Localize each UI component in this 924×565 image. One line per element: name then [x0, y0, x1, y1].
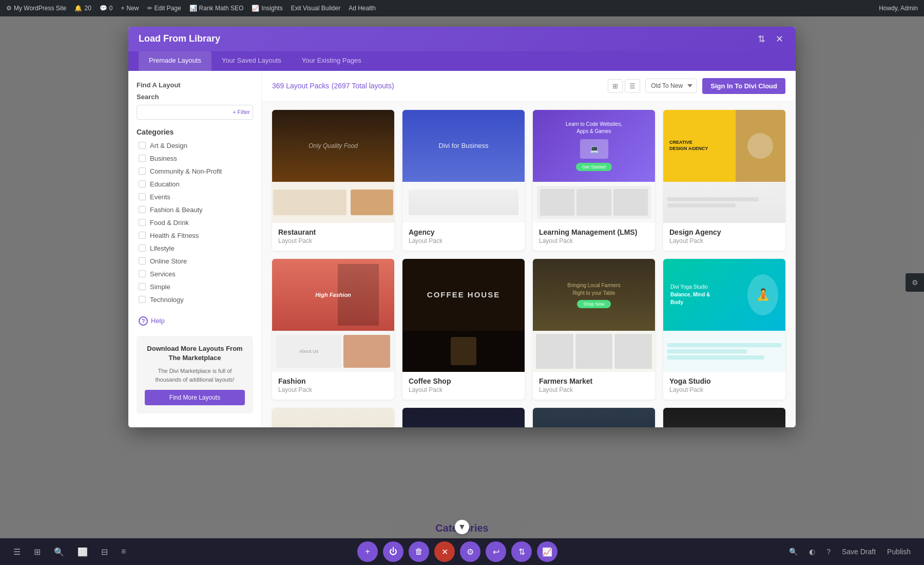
category-item-food-drink[interactable]: Food & Drink: [137, 216, 253, 229]
category-checkbox[interactable]: [139, 257, 146, 265]
search-label: Search: [137, 93, 253, 101]
category-checkbox[interactable]: [139, 232, 146, 239]
card-type: Layout Pack: [409, 237, 518, 244]
tab-saved-layouts[interactable]: Your Saved Layouts: [211, 51, 292, 71]
adjust-icon-button[interactable]: ⇅: [756, 32, 767, 46]
sort-select[interactable]: Old To NewNew To OldA to ZZ to A: [645, 79, 697, 93]
category-item-community[interactable]: Community & Non-Profit: [137, 165, 253, 178]
layout-card-blog[interactable]: Our Blog: [272, 408, 394, 427]
trash-button[interactable]: 🗑: [409, 541, 429, 562]
layout-card-lms[interactable]: Learn to Code Websites,Apps & Games 💻 Ge…: [533, 110, 655, 251]
modal-overlay: Load From Library ⇅ ✕ Premade Layouts Yo…: [0, 16, 924, 565]
center-tools: + ⏻ 🗑 ✕ ⚙ ↩ ⇅ 📈: [357, 541, 557, 562]
tab-existing-pages[interactable]: Your Existing Pages: [292, 51, 372, 71]
layout-card-restaurant[interactable]: Only Quality Food Restaurant Layout Pack: [272, 110, 394, 251]
edit-page-link[interactable]: ✏ Edit Page: [147, 5, 181, 12]
category-checkbox[interactable]: [139, 142, 146, 149]
power-button[interactable]: ⏻: [383, 541, 403, 562]
category-label: Lifestyle: [150, 244, 175, 252]
list-view-button[interactable]: ☰: [625, 79, 640, 93]
layout-card-mountain[interactable]: ▲: [533, 408, 655, 427]
rank-math-link[interactable]: 📊 Rank Math SEO: [189, 5, 244, 12]
layout-card-fashion[interactable]: High Fashion About Us Fashion Layout Pac: [272, 259, 394, 400]
sign-in-divi-cloud-button[interactable]: Sign In To Divi Cloud: [702, 78, 785, 94]
category-item-business[interactable]: Business: [137, 152, 253, 165]
card-meta: Learning Management (LMS) Layout Pack: [533, 223, 655, 251]
category-item-online-store[interactable]: Online Store: [137, 255, 253, 268]
grid-layout-button[interactable]: ⊞: [31, 544, 44, 560]
new-link[interactable]: + New: [121, 5, 139, 12]
category-item-education[interactable]: Education: [137, 178, 253, 191]
card-preview-top: Learn to Code Websites,Apps & Games 💻 Ge…: [533, 110, 655, 182]
save-draft-button[interactable]: Save Draft: [839, 544, 879, 559]
filter-button[interactable]: + Filter: [233, 109, 250, 115]
category-item-events[interactable]: Events: [137, 191, 253, 203]
category-item-fashion-beauty[interactable]: Fashion & Beauty: [137, 203, 253, 216]
settings-button[interactable]: ⚙: [460, 541, 480, 562]
layout-card-dark[interactable]: [402, 408, 525, 427]
page-background: Load From Library ⇅ ✕ Premade Layouts Yo…: [0, 16, 924, 565]
exit-vb-link[interactable]: Exit Visual Builder: [291, 5, 341, 12]
tablet-view-button[interactable]: ⊟: [98, 544, 111, 560]
grid-view-button[interactable]: ⊞: [608, 79, 623, 93]
category-item-technology[interactable]: Technology: [137, 293, 253, 306]
category-label: Fashion & Beauty: [150, 206, 203, 214]
layout-card-yoga-studio[interactable]: Divi Yoga StudioBalance, Mind &Body 🧘: [663, 259, 785, 400]
category-label: Community & Non-Profit: [150, 167, 222, 175]
wp-logo[interactable]: ⚙ My WordPress Site: [6, 5, 66, 12]
card-name: Design Agency: [669, 228, 779, 236]
ad-health-link[interactable]: Ad Health: [349, 5, 376, 12]
wp-sidebar-icon[interactable]: ⚙: [912, 278, 918, 287]
card-preview-top: Bringing Local FarmersRight to your Tabl…: [533, 259, 655, 331]
category-checkbox[interactable]: [139, 219, 146, 226]
divi-button[interactable]: ◐: [806, 544, 818, 559]
card-preview-top: Our Blog: [272, 408, 394, 427]
wireframe-button[interactable]: ⬜: [74, 544, 91, 560]
category-item-simple[interactable]: Simple: [137, 280, 253, 293]
category-label: Online Store: [150, 257, 187, 265]
layout-card-farmers-market[interactable]: Bringing Local FarmersRight to your Tabl…: [533, 259, 655, 400]
find-more-layouts-button[interactable]: Find More Layouts: [145, 390, 245, 405]
category-checkbox[interactable]: [139, 180, 146, 187]
insights-link[interactable]: 📈 Insights: [252, 5, 282, 12]
layout-card-design-agency[interactable]: CREATIVEDESIGN AGENCY: [663, 110, 785, 251]
analytics-button[interactable]: 📈: [537, 541, 557, 562]
category-checkbox[interactable]: [139, 193, 146, 200]
search-button[interactable]: 🔍: [51, 544, 67, 560]
layout-card-jane[interactable]: HELLO, I'M JANE: [663, 408, 785, 427]
view-toggle: ⊞ ☰: [608, 79, 640, 93]
chevron-up-icon[interactable]: ▼: [455, 520, 469, 534]
category-item-health-fitness[interactable]: Health & Fitness: [137, 229, 253, 242]
category-checkbox[interactable]: [139, 270, 146, 277]
comments-count[interactable]: 💬 0: [100, 5, 113, 12]
card-type: Layout Pack: [669, 237, 779, 244]
stats-button[interactable]: ⇅: [511, 541, 532, 562]
exit-button[interactable]: ✕: [434, 541, 455, 562]
help-link[interactable]: ? Help: [137, 314, 253, 328]
category-item-lifestyle[interactable]: Lifestyle: [137, 242, 253, 255]
history-button[interactable]: ↩: [486, 541, 506, 562]
hamburger-menu-button[interactable]: ☰: [10, 544, 24, 560]
tab-premade-layouts[interactable]: Premade Layouts: [139, 51, 211, 71]
layout-card-coffee-shop[interactable]: COFFEE HOUSE Coffee Shop Layout Pack: [402, 259, 525, 400]
mobile-view-button[interactable]: ≡: [118, 544, 129, 560]
category-label: Simple: [150, 283, 170, 291]
card-preview-top: CREATIVEDESIGN AGENCY: [663, 110, 785, 182]
category-checkbox[interactable]: [139, 244, 146, 252]
category-checkbox[interactable]: [139, 167, 146, 175]
category-item-services[interactable]: Services: [137, 268, 253, 280]
card-preview-top: HELLO, I'M JANE: [663, 408, 785, 427]
category-checkbox[interactable]: [139, 206, 146, 213]
category-checkbox[interactable]: [139, 296, 146, 303]
updates-count[interactable]: 🔔 20: [74, 5, 91, 12]
card-preview-courses: [537, 186, 651, 219]
category-checkbox[interactable]: [139, 283, 146, 290]
add-element-button[interactable]: +: [357, 541, 378, 562]
search-right-button[interactable]: 🔍: [786, 544, 801, 559]
layout-card-agency[interactable]: Divi for Business Agency Layout Pack: [402, 110, 525, 251]
publish-button[interactable]: Publish: [884, 544, 914, 559]
category-checkbox[interactable]: [139, 155, 146, 162]
help-button[interactable]: ?: [823, 544, 834, 559]
close-modal-button[interactable]: ✕: [774, 32, 785, 46]
category-item-art-design[interactable]: Art & Design: [137, 139, 253, 152]
